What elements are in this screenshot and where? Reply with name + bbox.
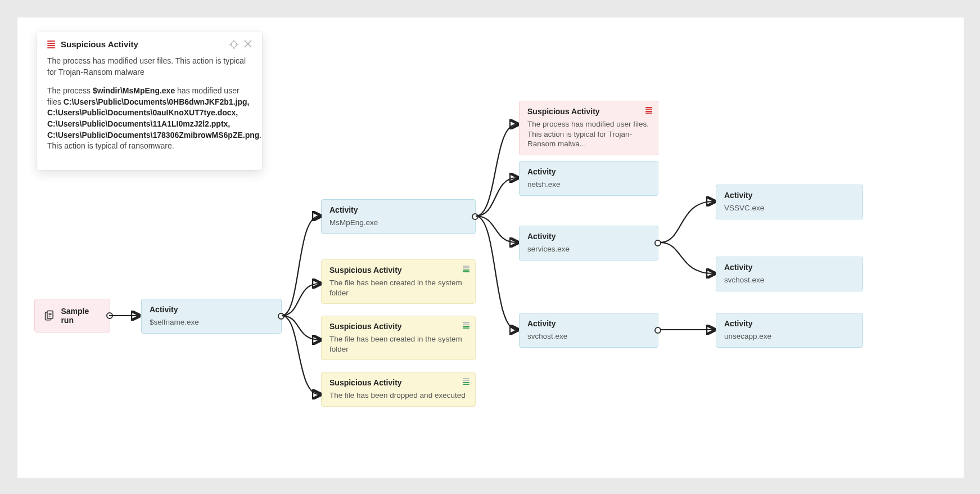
node-activity-msmpeng[interactable]: Activity MsMpEng.exe bbox=[321, 199, 476, 234]
file-icon bbox=[44, 309, 55, 322]
node-desc: netsh.exe bbox=[527, 179, 650, 190]
node-title: Activity bbox=[527, 167, 650, 176]
node-port bbox=[278, 313, 284, 320]
node-title: Suspicious Activity bbox=[329, 378, 467, 387]
node-title: Activity bbox=[724, 191, 855, 200]
severity-medium-icon bbox=[463, 378, 469, 385]
node-port bbox=[654, 327, 661, 334]
node-title: Suspicious Activity bbox=[329, 266, 467, 275]
severity-medium-icon bbox=[463, 266, 469, 272]
node-activity-unsecapp[interactable]: Activity unsecapp.exe bbox=[716, 313, 863, 348]
locate-icon[interactable] bbox=[229, 40, 238, 49]
node-title: Suspicious Activity bbox=[329, 322, 467, 331]
node-activity-selfname[interactable]: Activity $selfname.exe bbox=[141, 299, 282, 334]
popup-summary: The process has modified user files. Thi… bbox=[47, 56, 252, 78]
node-desc: unsecapp.exe bbox=[724, 331, 855, 342]
popup-detail: The process $windir\MsMpEng.exe has modi… bbox=[47, 86, 252, 152]
node-suspicious-created-1[interactable]: Suspicious Activity The file has been cr… bbox=[321, 259, 476, 304]
node-desc: The process has modified user files. Thi… bbox=[527, 119, 650, 149]
svg-point-0 bbox=[231, 42, 237, 47]
node-title: Activity bbox=[724, 319, 855, 328]
node-title: Activity bbox=[329, 205, 467, 214]
node-activity-svchost[interactable]: Activity svchost.exe bbox=[519, 313, 658, 348]
node-desc: $selfname.exe bbox=[150, 317, 273, 327]
node-desc: The file has been created in the system … bbox=[329, 278, 467, 298]
node-sample-run[interactable]: Sample run bbox=[34, 299, 110, 333]
node-desc: svchost.exe bbox=[724, 275, 855, 285]
node-activity-svchost-2[interactable]: Activity svchost.exe bbox=[716, 257, 863, 291]
node-desc: services.exe bbox=[527, 244, 650, 254]
node-desc: svchost.exe bbox=[527, 331, 650, 342]
node-activity-vssvc[interactable]: Activity VSSVC.exe bbox=[716, 185, 863, 219]
diagram-canvas[interactable]: Suspicious Activity The process has modi… bbox=[17, 17, 964, 478]
detail-popup: Suspicious Activity The process has modi… bbox=[37, 32, 262, 170]
node-port bbox=[654, 240, 661, 246]
node-port bbox=[106, 312, 113, 319]
node-title: Activity bbox=[150, 305, 273, 314]
close-icon[interactable] bbox=[244, 40, 252, 49]
node-desc: VSSVC.exe bbox=[724, 203, 855, 213]
node-title: Activity bbox=[724, 263, 855, 272]
node-desc: The file has been created in the system … bbox=[329, 334, 467, 354]
severity-medium-icon bbox=[463, 322, 469, 329]
popup-body: The process has modified user files. Thi… bbox=[47, 56, 252, 152]
node-suspicious-created-2[interactable]: Suspicious Activity The file has been cr… bbox=[321, 316, 476, 360]
node-suspicious-dropped[interactable]: Suspicious Activity The file has been dr… bbox=[321, 372, 476, 407]
node-suspicious-ransom[interactable]: Suspicious Activity The process has modi… bbox=[519, 101, 658, 155]
severity-high-icon bbox=[645, 107, 652, 114]
node-desc: MsMpEng.exe bbox=[329, 218, 467, 228]
popup-title: Suspicious Activity bbox=[61, 39, 229, 49]
node-title: Suspicious Activity bbox=[527, 107, 650, 116]
node-activity-netsh[interactable]: Activity netsh.exe bbox=[519, 161, 658, 196]
node-port bbox=[472, 213, 478, 220]
node-title: Activity bbox=[527, 232, 650, 241]
node-desc: The file has been dropped and executed bbox=[329, 390, 467, 401]
node-title: Activity bbox=[527, 319, 650, 328]
node-label: Sample run bbox=[61, 307, 101, 325]
node-activity-services[interactable]: Activity services.exe bbox=[519, 226, 658, 261]
severity-high-icon bbox=[47, 41, 55, 48]
